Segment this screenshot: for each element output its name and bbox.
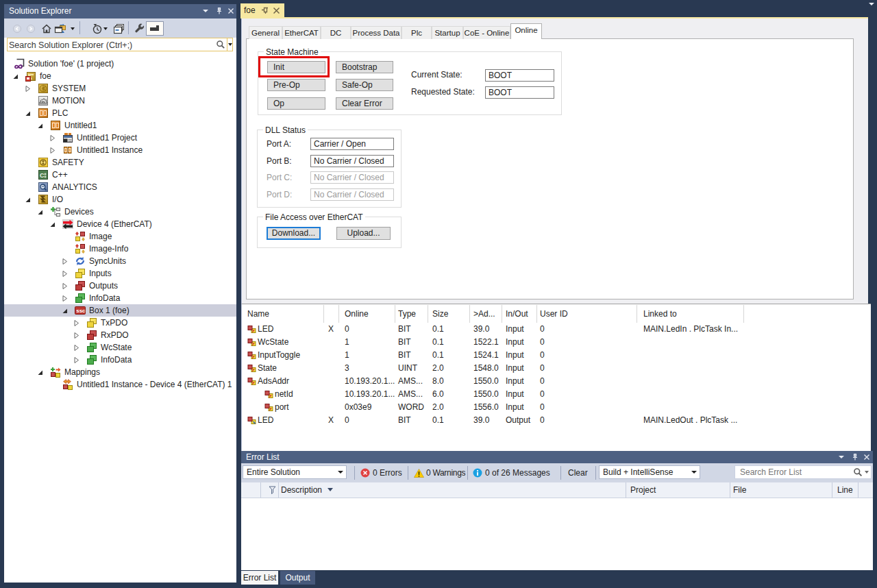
svg-text:C: C — [40, 172, 45, 179]
svg-text:ssc: ssc — [76, 308, 86, 314]
